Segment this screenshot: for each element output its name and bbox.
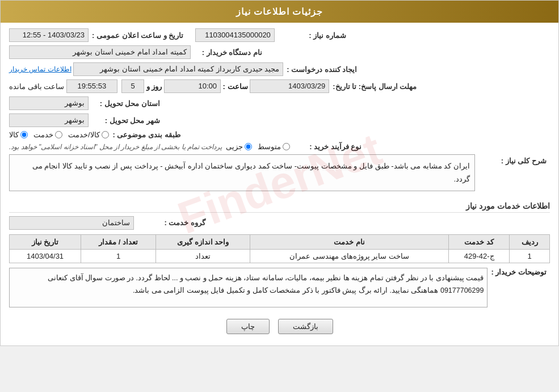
table-cell-code: ج-42-429 — [448, 249, 509, 263]
description-section: شرح کلی نیاز : ایران کد مشابه می باشد- ط… — [9, 154, 550, 196]
table-cell-date: 1403/04/31 — [10, 249, 81, 263]
category-label: طبقه بندی موضوعی : — [112, 130, 180, 139]
creator-label: ایجاد کننده درخواست : — [287, 65, 357, 74]
category-option-khadamat: خدمت — [33, 130, 62, 139]
delivery-province-label: استان محل تحویل : — [92, 99, 160, 108]
category-label-kala-khadamat: کالا/خدمت — [68, 130, 100, 139]
category-option-kala: کالا — [9, 130, 28, 139]
category-radio-khadamat[interactable] — [55, 131, 62, 138]
delivery-province-row: استان محل تحویل : بوشهر — [9, 96, 550, 110]
purchase-type-row: نوع فرآیند خرید : متوسط جزیی پرداخت تمام… — [9, 142, 550, 151]
reply-time-label: ساعت : — [223, 82, 248, 91]
buyer-org-label: نام دستگاه خریدار : — [194, 48, 262, 57]
purchase-type-radio-jozi[interactable] — [245, 143, 252, 150]
purchase-type-radio-motavaset[interactable] — [283, 143, 290, 150]
contact-link[interactable]: اطلاعات تماس خریدار — [9, 65, 72, 73]
buttons-row: بازگشت چاپ — [9, 313, 550, 340]
reply-days-value: 5 — [121, 79, 144, 93]
col-header-code: کد خدمت — [448, 234, 509, 249]
buyer-org-row: نام دستگاه خریدار : کمیته امداد امام خمی… — [9, 45, 550, 59]
service-group-row: گروه خدمت : ساختمان — [9, 216, 550, 230]
items-table: ردیف کد خدمت نام خدمت واحد اندازه گیری ت… — [9, 234, 550, 263]
table-cell-unit: تعداد — [156, 249, 250, 263]
category-label-kala: کالا — [9, 130, 19, 139]
table-row: 1ج-42-429ساخت سایر پروژه‌های مهندسی عمرا… — [10, 249, 550, 263]
description-text: ایران کد مشابه می باشد- طبق فایل و مشخصا… — [9, 154, 475, 191]
need-number-label: شماره نیاز : — [278, 31, 346, 40]
purchase-type-label: نوع فرآیند خرید : — [293, 142, 362, 151]
delivery-city-value: بوشهر — [9, 113, 89, 127]
back-button[interactable]: بازگشت — [278, 319, 333, 334]
category-row: طبقه بندی موضوعی : کالا/خدمت خدمت کالا — [9, 130, 550, 139]
service-group-value: ساختمان — [9, 216, 134, 230]
purchase-type-label-jozi: جزیی — [226, 142, 243, 151]
col-header-date: تاریخ نیاز — [10, 234, 81, 249]
delivery-city-row: شهر محل تحویل : بوشهر — [9, 113, 550, 127]
table-cell-row: 1 — [510, 249, 550, 263]
buyer-notes-label: توضیحات خریدار : — [491, 268, 547, 276]
col-header-qty: تعداد / مقدار — [81, 234, 156, 249]
page-wrapper: جزئیات اطلاعات نیاز FinderNet شماره نیاز… — [0, 0, 559, 346]
print-button[interactable]: چاپ — [226, 319, 270, 334]
announce-datetime-value: 1403/03/23 - 12:55 — [9, 28, 89, 42]
need-number-value: 1103004135000020 — [195, 28, 275, 42]
announce-datetime-label: تاریخ و ساعت اعلان عمومی : — [92, 31, 183, 40]
reply-deadline-label: مهلت ارسال پاسخ: تا تاریخ: — [333, 82, 417, 91]
category-radio-kala[interactable] — [20, 131, 28, 138]
reply-time-value: 10:00 — [164, 79, 221, 93]
reply-deadline-row: مهلت ارسال پاسخ: تا تاریخ: 1403/03/29 سا… — [9, 79, 550, 93]
description-row: شرح کلی نیاز : ایران کد مشابه می باشد- ط… — [9, 154, 550, 196]
buyer-notes-section: توضیحات خریدار : قیمت پیشنهادی با در نظر… — [9, 268, 550, 307]
category-radio-kala-khadamat[interactable] — [102, 131, 109, 138]
category-label-khadamat: خدمت — [33, 130, 53, 139]
buyer-org-value: کمیته امداد امام خمینی استان بوشهر — [9, 45, 191, 59]
page-header: جزئیات اطلاعات نیاز — [1, 1, 558, 23]
delivery-province-value: بوشهر — [9, 96, 89, 110]
creator-value: مجید حیدری کاربرداز کمیته امداد امام خمی… — [73, 62, 283, 76]
category-radio-group: کالا/خدمت خدمت کالا — [9, 130, 109, 139]
need-number-row: شماره نیاز : 1103004135000020 تاریخ و سا… — [9, 28, 550, 42]
col-header-unit: واحد اندازه گیری — [156, 234, 250, 249]
reply-date-value: 1403/03/29 — [250, 79, 329, 93]
service-group-label: گروه خدمت : — [137, 218, 205, 227]
purchase-type-note: پرداخت تمام یا بخشی از مبلغ خریدار از مح… — [9, 143, 222, 151]
page-title: جزئیات اطلاعات نیاز — [236, 7, 323, 16]
remaining-time-value: 19:55:53 — [66, 79, 117, 93]
table-cell-name: ساخت سایر پروژه‌های مهندسی عمران — [250, 249, 449, 263]
creator-row: ایجاد کننده درخواست : مجید حیدری کاربردا… — [9, 62, 550, 76]
delivery-city-label: شهر محل تحویل : — [92, 116, 160, 125]
buyer-notes-text: قیمت پیشنهادی با در نظر گرفتن تمام هزینه… — [9, 268, 487, 307]
category-option-kala-khadamat: کالا/خدمت — [68, 130, 109, 139]
description-label: شرح کلی نیاز : — [478, 154, 547, 165]
main-content: FinderNet شماره نیاز : 1103004135000020 … — [1, 23, 558, 345]
purchase-type-radio-group: متوسط جزیی — [226, 142, 290, 151]
table-cell-quantity: 1 — [81, 249, 156, 263]
remaining-label: ساعت باقی مانده — [9, 82, 64, 91]
col-header-name: نام خدمت — [250, 234, 449, 249]
reply-day-label: روز و — [146, 82, 162, 91]
purchase-type-option-jozi: جزیی — [226, 142, 252, 151]
purchase-type-option-motavaset: متوسط — [258, 142, 290, 151]
col-header-row: ردیف — [510, 234, 550, 249]
purchase-type-label-motavaset: متوسط — [258, 142, 281, 151]
service-info-title: اطلاعات خدمات مورد نیاز — [9, 201, 550, 213]
